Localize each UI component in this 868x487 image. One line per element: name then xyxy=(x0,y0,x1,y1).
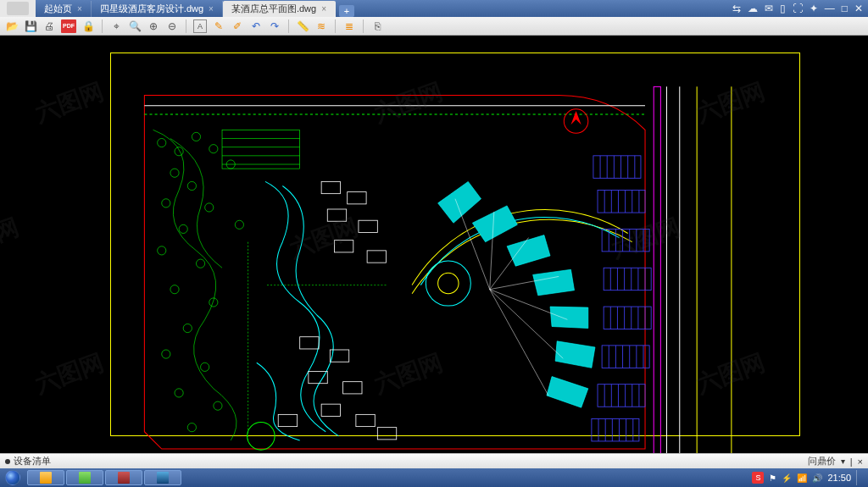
save-icon[interactable]: 💾 xyxy=(24,19,37,33)
task-app-3[interactable] xyxy=(105,470,142,485)
svg-point-24 xyxy=(201,362,209,371)
separator xyxy=(363,19,364,33)
chat-icon[interactable]: ✉ xyxy=(765,3,773,14)
svg-rect-48 xyxy=(377,428,396,440)
svg-point-14 xyxy=(187,181,196,190)
svg-point-13 xyxy=(170,169,179,177)
tray-s-icon[interactable]: S xyxy=(752,472,764,484)
svg-point-116 xyxy=(248,423,275,451)
tab-file-1[interactable]: 四星级酒店客房设计.dwg × xyxy=(92,1,223,17)
svg-point-21 xyxy=(209,298,218,307)
dropdown-icon[interactable]: ▾ xyxy=(841,457,845,466)
minimize-icon[interactable]: — xyxy=(825,3,835,14)
zoom-in-icon[interactable]: ⊕ xyxy=(147,19,160,33)
svg-rect-41 xyxy=(300,337,319,349)
highlight-icon[interactable]: ✐ xyxy=(231,19,244,33)
svg-point-19 xyxy=(196,259,204,268)
system-tray: S ⚑ ⚡ 📶 🔊 21:50 xyxy=(747,470,868,485)
svg-point-11 xyxy=(192,132,200,141)
status-left-text[interactable]: 设备清单 xyxy=(14,455,51,468)
site-plan-drawing xyxy=(127,69,783,453)
close-icon[interactable]: × xyxy=(321,4,326,14)
svg-point-20 xyxy=(170,285,179,294)
print-icon[interactable]: 🖨 xyxy=(42,19,56,33)
watermark: 六图网 xyxy=(31,75,108,130)
tab-file-2[interactable]: 某酒店总平面图.dwg × xyxy=(223,1,336,17)
svg-rect-30 xyxy=(222,130,300,169)
status-right-text[interactable]: 问鼎价 xyxy=(808,455,836,468)
svg-rect-46 xyxy=(356,414,375,426)
svg-line-53 xyxy=(490,290,568,320)
status-bullet-icon xyxy=(5,459,10,464)
layers-icon[interactable]: ≣ xyxy=(342,19,356,33)
windows-orb-icon xyxy=(5,470,20,485)
zoom-out-icon[interactable]: ⊖ xyxy=(165,19,179,33)
tray-power-icon[interactable]: ⚡ xyxy=(782,473,792,483)
svg-line-55 xyxy=(490,290,548,396)
measure-icon[interactable]: 📏 xyxy=(296,19,309,33)
svg-point-23 xyxy=(162,350,170,358)
svg-point-29 xyxy=(235,220,243,229)
svg-point-22 xyxy=(183,324,192,332)
close-window-icon[interactable]: ✕ xyxy=(854,3,863,14)
svg-point-9 xyxy=(158,138,166,147)
separator xyxy=(288,19,289,33)
new-tab-button[interactable]: + xyxy=(339,5,354,17)
measure2-icon[interactable]: ≋ xyxy=(314,19,328,33)
tab-label: 起始页 xyxy=(44,3,72,15)
start-button[interactable] xyxy=(0,468,25,487)
tray-volume-icon[interactable]: 🔊 xyxy=(812,473,822,483)
maximize-icon[interactable]: □ xyxy=(842,3,848,14)
svg-point-56 xyxy=(426,261,470,306)
svg-marker-8 xyxy=(570,111,581,125)
task-app-2[interactable] xyxy=(66,470,103,485)
tab-start[interactable]: 起始页 × xyxy=(36,1,92,17)
text-icon[interactable]: A xyxy=(193,19,207,33)
status-bar: 设备清单 问鼎价 ▾ | × xyxy=(0,453,868,468)
user-avatar[interactable] xyxy=(0,0,36,17)
settings-icon[interactable]: ✦ xyxy=(810,3,818,14)
watermark: 六图网 xyxy=(31,346,108,401)
export-icon[interactable]: ⎘ xyxy=(370,19,384,33)
close-icon[interactable]: × xyxy=(77,4,82,14)
svg-rect-36 xyxy=(348,192,366,204)
show-desktop[interactable] xyxy=(856,470,863,485)
tray-network-icon[interactable]: 📶 xyxy=(797,473,807,483)
svg-rect-35 xyxy=(321,181,340,193)
tray-clock[interactable]: 21:50 xyxy=(827,473,851,483)
status-close-icon[interactable]: × xyxy=(858,457,863,467)
svg-point-25 xyxy=(175,389,183,397)
task-explorer[interactable] xyxy=(27,470,64,485)
tab-label: 四星级酒店客房设计.dwg xyxy=(100,3,203,15)
svg-point-18 xyxy=(158,246,166,255)
phone-icon[interactable]: ▯ xyxy=(780,3,786,14)
pencil-icon[interactable]: ✎ xyxy=(212,19,225,33)
tab-strip: 起始页 × 四星级酒店客房设计.dwg × 某酒店总平面图.dwg × + xyxy=(36,0,727,17)
separator xyxy=(186,19,186,33)
task-app-4[interactable] xyxy=(144,470,181,485)
close-icon[interactable]: × xyxy=(209,4,214,14)
svg-rect-37 xyxy=(327,209,346,221)
zoom-extents-icon[interactable]: ⌖ xyxy=(109,19,123,33)
lock-icon[interactable]: 🔒 xyxy=(81,19,95,33)
windows-taskbar: S ⚑ ⚡ 📶 🔊 21:50 xyxy=(0,468,868,487)
svg-rect-47 xyxy=(278,414,297,426)
tray-flag-icon[interactable]: ⚑ xyxy=(769,473,776,483)
drawing-canvas[interactable]: 六图网 六图网 六图网 六图网 六图网 六图网 六图网 六图网 六图网 xyxy=(0,36,868,453)
redo-icon[interactable]: ↷ xyxy=(268,19,281,33)
svg-rect-38 xyxy=(359,220,377,232)
fullscreen-icon[interactable]: ⛶ xyxy=(793,3,803,14)
pdf-icon[interactable]: PDF xyxy=(61,19,76,33)
share-icon[interactable]: ⇆ xyxy=(732,3,741,14)
cloud-icon[interactable]: ☁ xyxy=(748,3,758,14)
undo-icon[interactable]: ↶ xyxy=(249,19,263,33)
separator xyxy=(102,19,103,33)
titlebar: 起始页 × 四星级酒店客房设计.dwg × 某酒店总平面图.dwg × + ⇆ … xyxy=(0,0,868,17)
svg-rect-0 xyxy=(654,86,660,453)
window-controls: ⇆ ☁ ✉ ▯ ⛶ ✦ — □ ✕ xyxy=(727,3,868,14)
svg-point-10 xyxy=(175,147,183,156)
zoom-window-icon[interactable]: 🔍 xyxy=(128,19,142,33)
open-icon[interactable]: 📂 xyxy=(5,19,19,33)
svg-point-26 xyxy=(214,401,222,410)
svg-rect-40 xyxy=(367,251,386,263)
